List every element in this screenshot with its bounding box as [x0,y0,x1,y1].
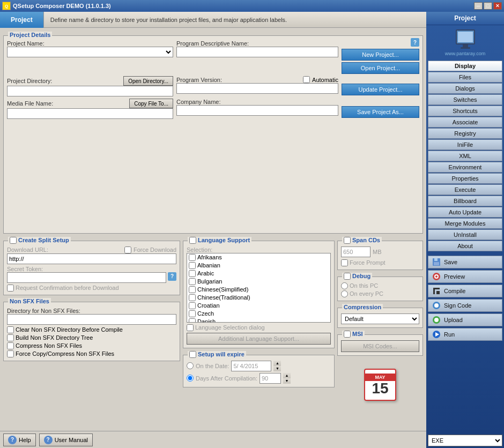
setup-expire-checkbox[interactable] [189,351,196,358]
sign-code-action-button[interactable]: Sign Code [428,299,502,312]
lang-dialog-label: Language Selection dialog [195,324,265,331]
date-up[interactable]: ▲ [273,361,281,366]
clear-non-sfx-checkbox[interactable] [7,326,14,333]
sidebar-item-billboard[interactable]: Billboard [428,196,502,206]
close-button[interactable]: ✕ [493,2,502,10]
user-manual-button[interactable]: ? User Manual [39,434,93,446]
days-up[interactable]: ▲ [283,373,291,378]
language-listbox[interactable]: Afrikaans Albanian Arabic Bulgarian Chin… [187,253,331,323]
compression-select[interactable]: Default [341,313,419,324]
sidebar-item-files[interactable]: Files [428,72,502,83]
sidebar-item-inifile[interactable]: IniFile [428,139,502,150]
save-action-button[interactable]: Save [428,256,502,268]
sidebar-item-environment[interactable]: Environment [428,162,502,173]
non-sfx-dir-input[interactable] [7,314,176,325]
open-directory-button[interactable]: Open Directory... [123,76,173,86]
update-project-button[interactable]: Update Project... [342,84,419,95]
automatic-checkbox[interactable] [303,76,310,83]
project-dir-input[interactable] [7,86,173,96]
upload-icon [432,315,441,325]
date-down[interactable]: ▼ [273,366,281,371]
media-file-input[interactable] [7,108,173,119]
on-this-pc-radio[interactable] [341,282,348,289]
mb-label: MB [373,249,382,255]
sidebar-item-display[interactable]: Display [428,61,502,71]
span-cds-checkbox[interactable] [344,237,351,244]
mb-input[interactable] [341,247,370,257]
preview-action-button[interactable]: Preview [428,270,502,283]
debug-checkbox[interactable] [344,273,351,280]
run-action-button[interactable]: Run [428,328,502,341]
msi-checkbox[interactable] [344,331,351,338]
svg-point-9 [434,303,439,308]
compression-group: Compression Default [337,308,423,328]
additional-lang-button[interactable]: Additional Language Support... [187,333,331,345]
request-confirm-checkbox[interactable] [7,285,14,292]
save-project-as-button[interactable]: Save Project As... [342,106,419,118]
copy-file-button[interactable]: Copy File To... [129,99,173,108]
middle-column: Language Support Selection: Afrikaans Al… [183,236,335,428]
help-button[interactable]: ? Help [3,434,36,446]
secret-token-input[interactable] [7,272,166,283]
program-desc-input[interactable] [176,47,338,57]
new-project-button[interactable]: New Project... [342,49,419,61]
compile-icon [432,286,441,296]
on-every-pc-radio[interactable] [341,290,348,297]
sidebar-item-associate[interactable]: Associate [428,117,502,128]
sidebar-item-uninstall[interactable]: UnInstall [428,229,502,240]
upload-action-button[interactable]: Upload [428,313,502,326]
user-manual-icon: ? [44,436,53,444]
force-download-checkbox[interactable] [124,247,131,253]
sidebar-item-execute[interactable]: Execute [428,184,502,195]
company-name-input[interactable] [176,105,338,116]
on-date-label: On the Date: [196,363,229,369]
sidebar-item-properties[interactable]: Properties [428,173,502,184]
force-prompt-checkbox[interactable] [341,259,348,266]
program-version-input[interactable] [176,83,338,94]
compile-label: Compile [444,288,465,294]
non-sfx-group: Non SFX Files Directory for Non SFX File… [3,302,180,361]
sidebar-item-switches[interactable]: Switches [428,94,502,105]
minimize-button[interactable]: ─ [474,2,483,10]
project-name-label: Project Name: [7,40,173,47]
automatic-label: Automatic [312,77,338,83]
build-non-sfx-checkbox[interactable] [7,334,14,341]
debug-title: Debug [342,273,372,280]
app-title: QSetup Composer DEMO (11.0.1.3) [13,3,111,9]
tab-project[interactable]: Project [0,12,44,28]
msi-codes-button[interactable]: MSI Codes... [341,340,419,352]
days-radio[interactable] [187,375,194,382]
sidebar-item-dialogs[interactable]: Dialogs [428,83,502,94]
sidebar-item-shortcuts[interactable]: Shortcuts [428,106,502,116]
upload-label: Upload [444,317,463,323]
sidebar-item-xml[interactable]: XML [428,151,502,161]
days-down[interactable]: ▼ [283,378,291,384]
language-support-checkbox[interactable] [189,237,196,244]
force-copy-checkbox[interactable] [7,350,14,357]
download-url-label: Download URL: [7,247,48,253]
days-input[interactable] [260,373,281,384]
project-name-select[interactable] [7,47,173,57]
exe-select[interactable]: EXE [428,435,502,446]
lang-dialog-checkbox[interactable] [187,324,194,331]
three-column-section: Create Split Setup Download URL: Force D… [3,236,423,428]
sidebar-item-merge-modules[interactable]: Merge Modules [428,218,502,229]
date-input[interactable] [231,361,271,371]
compress-non-sfx-checkbox[interactable] [7,342,14,349]
app-icon: Q [2,2,11,10]
compile-action-button[interactable]: Compile [428,285,502,297]
sidebar-item-registry[interactable]: Registry [428,128,502,139]
selection-label: Selection: [187,247,331,253]
sidebar-item-about[interactable]: About [428,241,502,251]
create-split-checkbox[interactable] [10,237,17,244]
project-dir-label: Project Directory: [7,78,52,84]
secret-token-help[interactable]: ? [168,272,176,281]
open-project-button[interactable]: Open Project... [342,62,419,74]
sidebar-item-auto-update[interactable]: Auto Update [428,207,502,218]
on-date-radio[interactable] [187,362,194,369]
maximize-button[interactable]: □ [484,2,492,10]
download-url-input[interactable] [7,253,176,264]
on-this-pc-label: On this PC [350,282,378,289]
list-item: Afrikaans [187,253,330,262]
project-help-button[interactable]: ? [411,38,419,47]
